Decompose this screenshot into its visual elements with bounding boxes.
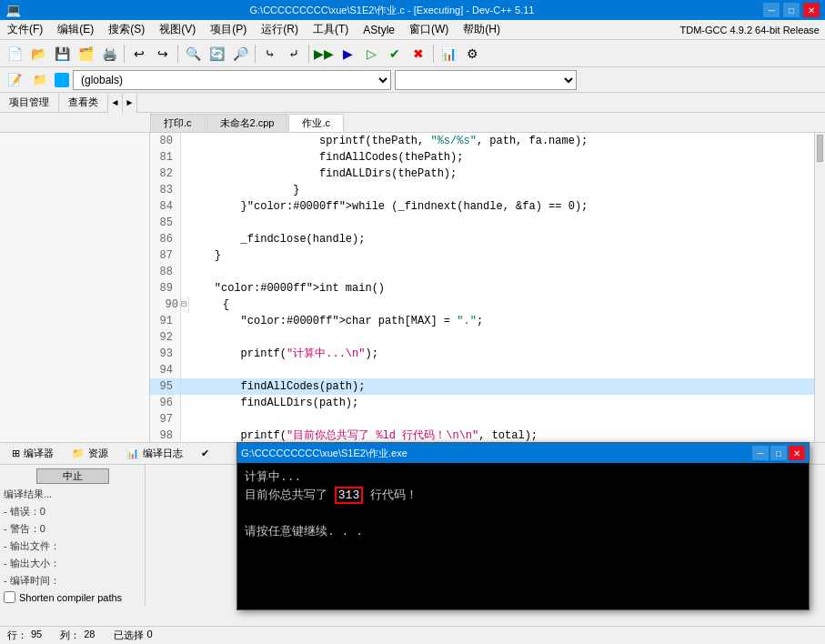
globals-select[interactable]: (globals)	[73, 70, 391, 90]
separator-4	[308, 45, 309, 63]
color-btn[interactable]	[55, 73, 69, 87]
minimize-button[interactable]: ─	[763, 3, 780, 17]
code-line-81: 81 findAllCodes(thePath);	[150, 149, 814, 166]
abort-button[interactable]: 中止	[36, 468, 109, 484]
sel-value: 0	[147, 629, 153, 642]
bottom-tab-resources[interactable]: 📁 资源	[64, 444, 116, 463]
tab-print[interactable]: 打印.c	[150, 114, 206, 132]
bottom-tab-check[interactable]: ✔	[193, 445, 217, 462]
close-button[interactable]: ✕	[803, 3, 820, 17]
statusbar: 行： 95 列： 28 已选择 0	[0, 626, 825, 644]
bottom-tab-compile-log[interactable]: 📊 编译日志	[118, 444, 191, 463]
new-button[interactable]: 📄	[4, 43, 25, 65]
unindent-button[interactable]: ⤶	[283, 43, 305, 65]
menu-window[interactable]: 窗口(W)	[402, 20, 456, 39]
code-line-86: 86 _findclose(handle);	[150, 231, 814, 247]
code-line-80: 80 sprintf(thePath, "%s/%s", path, fa.na…	[150, 133, 814, 149]
shorten-label: Shorten compiler paths	[19, 592, 122, 603]
separator-5	[433, 45, 434, 63]
settings-button[interactable]: ⚙	[461, 43, 483, 65]
resources-label: 资源	[88, 447, 108, 460]
menu-view[interactable]: 视图(V)	[152, 20, 203, 39]
code-line-87: 87 }	[150, 247, 814, 264]
terminal-line-3: 请按任意键继续. . .	[245, 523, 801, 541]
maximize-button[interactable]: □	[783, 3, 800, 17]
log-entry-1: - 错误：0	[4, 505, 141, 518]
indent-button[interactable]: ⤷	[259, 43, 281, 65]
redo-button[interactable]: ↪	[152, 43, 174, 65]
log-entry-0: 编译结果...	[4, 488, 141, 501]
panel-view[interactable]: 查看类	[59, 93, 108, 112]
scrollbar-vertical[interactable]	[814, 133, 825, 442]
stop-button[interactable]: ✖	[407, 43, 429, 65]
open-file-btn2[interactable]: 📁	[29, 69, 51, 91]
shorten-compiler-paths[interactable]: Shorten compiler paths	[4, 591, 141, 603]
log-entry-4: - 输出大小：	[4, 557, 141, 570]
panel-project[interactable]: 项目管理	[0, 93, 59, 112]
code-line-88: 88	[150, 264, 814, 280]
compile-run-button[interactable]: ▶▶	[313, 43, 335, 65]
titlebar: 💻 G:\CCCCCCCCC\xue\S1E2\作业.c - [Executin…	[0, 0, 825, 20]
terminal-close[interactable]: ✕	[789, 446, 805, 460]
menu-project[interactable]: 项目(P)	[203, 20, 254, 39]
save-all-button[interactable]: 🗂️	[75, 43, 96, 65]
function-select[interactable]	[395, 70, 577, 90]
separator-3	[255, 45, 256, 63]
bar-chart-button[interactable]: 📊	[438, 43, 459, 65]
print-button[interactable]: 🖨️	[98, 43, 120, 65]
terminal-line-0: 计算中...	[245, 468, 801, 487]
run-button[interactable]: ▷	[360, 43, 382, 65]
findall-button[interactable]: 🔎	[229, 43, 251, 65]
shorten-checkbox[interactable]	[4, 591, 15, 603]
terminal-minimize[interactable]: ─	[752, 446, 769, 460]
code-line-98: 98 printf("目前你总共写了 %ld 行代码！\n\n", total)…	[150, 428, 814, 442]
compile-button[interactable]: ▶	[337, 43, 358, 65]
code-line-93: 93 printf("计算中...\n");	[150, 346, 814, 362]
code-line-82: 82 findALLDirs(thePath);	[150, 166, 814, 182]
project-panel	[0, 133, 150, 442]
code-tabs: 打印.c 未命名2.cpp 作业.c	[0, 113, 825, 133]
tab-homework[interactable]: 作业.c	[288, 114, 344, 132]
panel-nav-left[interactable]: ◄	[108, 93, 123, 113]
code-lines: 80 sprintf(thePath, "%s/%s", path, fa.na…	[150, 133, 814, 442]
find-button[interactable]: 🔍	[182, 43, 204, 65]
open-button[interactable]: 📂	[27, 43, 49, 65]
menu-edit[interactable]: 编辑(E)	[50, 20, 101, 39]
panel-header: 项目管理 查看类 ◄ ►	[0, 93, 825, 113]
menu-astyle[interactable]: AStyle	[356, 20, 402, 39]
panel-nav-right[interactable]: ►	[123, 93, 137, 113]
code-line-91: 91 "color:#0000ff">char path[MAX] = ".";	[150, 313, 814, 329]
replace-button[interactable]: 🔄	[206, 43, 227, 65]
terminal-maximize[interactable]: □	[770, 446, 787, 460]
save-button[interactable]: 💾	[51, 43, 73, 65]
menu-tools[interactable]: 工具(T)	[306, 20, 356, 39]
menu-help[interactable]: 帮助(H)	[456, 20, 508, 39]
terminal-titlebar: G:\CCCCCCCCC\xue\S1E2\作业.exe ─ □ ✕	[237, 443, 809, 463]
terminal-body[interactable]: 计算中... 目前你总共写了 313 行代码！ 请按任意键继续. . .	[237, 463, 809, 609]
scrollbar-thumb[interactable]	[817, 135, 823, 162]
bottom-left-panel: 中止 编译结果... - 错误：0 - 警告：0 - 输出文件： - 输出大小：…	[0, 465, 146, 606]
row-label: 行：	[7, 629, 27, 642]
separator-2	[177, 45, 178, 63]
menu-file[interactable]: 文件(F)	[0, 20, 50, 39]
terminal-title: G:\CCCCCCCCC\xue\S1E2\作业.exe	[241, 447, 407, 460]
code-line-90: 90⊟ {	[150, 297, 814, 313]
code-line-83: 83 }	[150, 182, 814, 198]
code-line-97: 97	[150, 411, 814, 428]
code-editor[interactable]: 80 sprintf(thePath, "%s/%s", path, fa.na…	[150, 133, 814, 442]
new-file-btn2[interactable]: 📝	[4, 69, 25, 91]
code-line-89: 89 "color:#0000ff">int main()	[150, 280, 814, 297]
resources-icon: 📁	[72, 448, 85, 459]
bottom-tab-compiler[interactable]: ⊞ 编译器	[4, 444, 62, 463]
main-content: 80 sprintf(thePath, "%s/%s", path, fa.na…	[0, 133, 825, 442]
terminal-line-2	[245, 505, 801, 523]
check-button[interactable]: ✔	[384, 43, 406, 65]
undo-button[interactable]: ↩	[128, 43, 150, 65]
tab-unnamed[interactable]: 未命名2.cpp	[206, 114, 288, 132]
row-value: 95	[31, 629, 42, 642]
code-line-94: 94	[150, 362, 814, 378]
tdm-gcc-label: TDM-GCC 4.9.2 64-bit Release	[680, 25, 820, 35]
terminal-window: G:\CCCCCCCCC\xue\S1E2\作业.exe ─ □ ✕ 计算中..…	[236, 442, 810, 610]
menu-search[interactable]: 搜索(S)	[101, 20, 152, 39]
menu-run[interactable]: 运行(R)	[254, 20, 306, 39]
